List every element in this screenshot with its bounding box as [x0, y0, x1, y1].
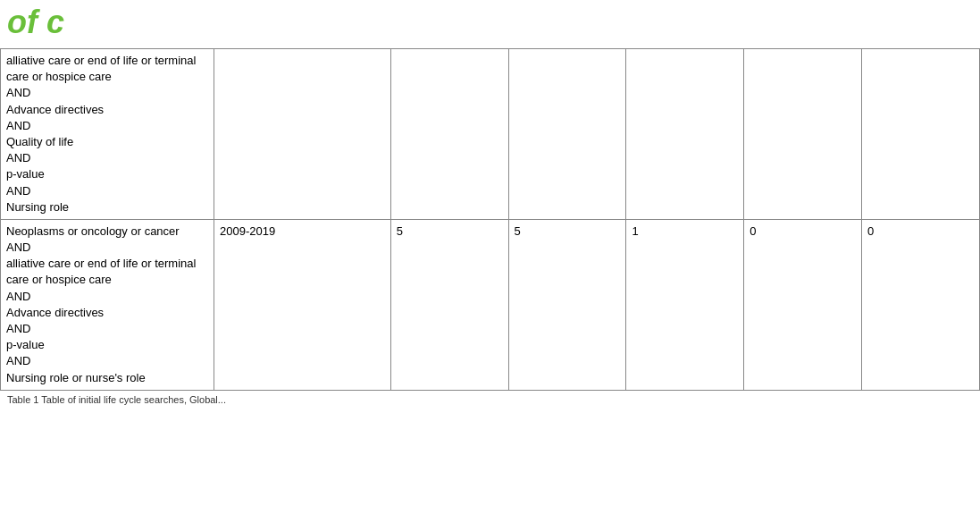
table-row: alliative care or end of life or termina… — [1, 49, 980, 220]
table-wrapper: alliative care or end of life or termina… — [0, 48, 980, 391]
main-table: alliative care or end of life or termina… — [0, 48, 980, 391]
cell-1-3: 5 — [508, 219, 626, 390]
cell-0-2 — [390, 49, 508, 220]
cell-1-5: 0 — [744, 219, 862, 390]
cell-0-5 — [744, 49, 862, 220]
cell-0-4 — [626, 49, 744, 220]
cell-1-2: 5 — [390, 219, 508, 390]
page-title: of c — [7, 4, 980, 41]
cell-0-6 — [862, 49, 980, 220]
page-header: of c — [0, 0, 980, 48]
cell-1-4: 1 — [626, 219, 744, 390]
cell-1-6: 0 — [862, 219, 980, 390]
cell-0-3 — [508, 49, 626, 220]
cell-0-0: alliative care or end of life or termina… — [1, 49, 214, 220]
cell-1-0: Neoplasms or oncology or cancerANDalliat… — [1, 219, 214, 390]
cell-1-1: 2009-2019 — [214, 219, 390, 390]
cell-0-1 — [214, 49, 390, 220]
table-row: Neoplasms or oncology or cancerANDalliat… — [1, 219, 980, 390]
footer-note: Table 1 Table of initial life cycle sear… — [0, 391, 980, 409]
